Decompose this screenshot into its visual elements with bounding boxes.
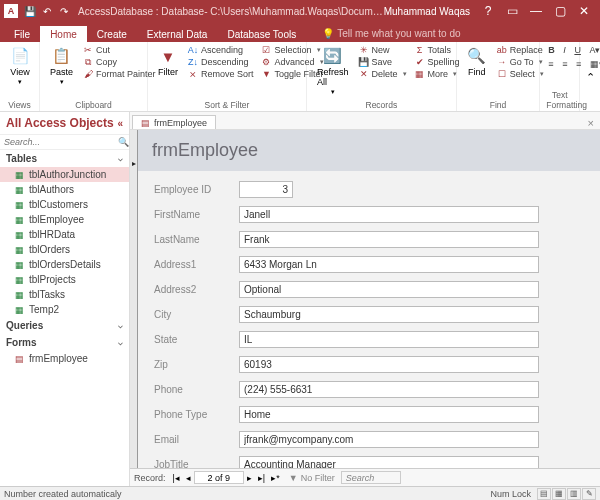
table-icon: ▦	[14, 184, 25, 195]
view-button[interactable]: 📄View▾	[6, 44, 34, 88]
spelling-button[interactable]: ✔Spelling	[413, 56, 462, 68]
field-input[interactable]	[239, 331, 539, 348]
find-button[interactable]: 🔍Find	[463, 44, 491, 79]
save-icon[interactable]: 💾	[24, 5, 36, 17]
paste-button[interactable]: 📋Paste▾	[46, 44, 77, 88]
nav-form-item[interactable]: ▤frmEmployee	[0, 351, 129, 366]
field-input[interactable]	[239, 356, 539, 373]
nav-group-forms[interactable]: Forms⌵	[0, 334, 129, 351]
field-input[interactable]	[239, 256, 539, 273]
field-label: Zip	[154, 359, 239, 370]
nav-table-item[interactable]: ▦tblHRData	[0, 227, 129, 242]
remove-sort-button[interactable]: ⨯Remove Sort	[186, 68, 256, 80]
copy-button[interactable]: ⧉Copy	[81, 56, 158, 68]
minimize-button[interactable]: ―	[524, 0, 548, 22]
field-input[interactable]	[239, 381, 539, 398]
field-label: Employee ID	[154, 184, 239, 195]
tab-file[interactable]: File	[4, 26, 40, 42]
nav-table-item[interactable]: ▦tblOrdersDetails	[0, 257, 129, 272]
nav-table-item[interactable]: ▦tblProjects	[0, 272, 129, 287]
nav-header[interactable]: All Access Objects«	[0, 112, 129, 135]
new-icon: ✳	[359, 45, 369, 55]
descending-button[interactable]: Z↓Descending	[186, 56, 256, 68]
form-header: frmEmployee	[138, 130, 600, 171]
field-input[interactable]	[239, 431, 539, 448]
field-input[interactable]	[239, 181, 293, 198]
tab-database-tools[interactable]: Database Tools	[217, 26, 306, 42]
tab-external-data[interactable]: External Data	[137, 26, 218, 42]
nav-table-item[interactable]: ▦tblAuthors	[0, 182, 129, 197]
nav-item-label: tblEmployee	[29, 214, 84, 225]
field-input[interactable]	[239, 456, 539, 468]
nav-table-item[interactable]: ▦tblTasks	[0, 287, 129, 302]
cut-button[interactable]: ✂Cut	[81, 44, 158, 56]
bold-button[interactable]: B	[548, 45, 555, 55]
nav-table-item[interactable]: ▦tblCustomers	[0, 197, 129, 212]
align-center-button[interactable]: ≡	[562, 59, 567, 69]
redo-icon[interactable]: ↷	[58, 5, 70, 17]
field-label: Phone	[154, 384, 239, 395]
group-text-formatting: B I U A▾ ◢▾ ≡ ≡ ≡ ▦▾ Text Formatting	[540, 42, 580, 111]
totals-button[interactable]: ΣTotals	[413, 44, 462, 56]
field-label: LastName	[154, 234, 239, 245]
nav-table-item[interactable]: ▦tblOrders	[0, 242, 129, 257]
ribbon-options-icon[interactable]: ▭	[500, 0, 524, 22]
close-button[interactable]: ✕	[572, 0, 596, 22]
new-record-button[interactable]: ▸*	[268, 473, 283, 483]
datasheet-view-button[interactable]: ▦	[552, 488, 566, 500]
advanced-icon: ⚙	[261, 57, 271, 67]
search-input[interactable]	[4, 137, 118, 147]
chevron-left-icon[interactable]: «	[117, 118, 123, 129]
field-input[interactable]	[239, 231, 539, 248]
tell-me[interactable]: 💡Tell me what you want to do	[314, 25, 468, 42]
filter-button[interactable]: ▼Filter	[154, 44, 182, 79]
save-button[interactable]: 💾Save	[357, 56, 409, 68]
next-record-button[interactable]: ▸	[244, 473, 255, 483]
form-field-row: JobTitle	[154, 456, 584, 468]
spelling-icon: ✔	[415, 57, 425, 67]
last-record-button[interactable]: ▸|	[255, 473, 268, 483]
nav-search[interactable]: 🔍	[0, 135, 129, 150]
nav-group-tables[interactable]: Tables⌵	[0, 150, 129, 167]
select-button[interactable]: ☐Select	[495, 68, 546, 80]
collapse-ribbon[interactable]: ⌃	[580, 42, 600, 111]
tab-home[interactable]: Home	[40, 26, 87, 42]
title-bar: A 💾 ↶ ↷ AccessDatabase : Database- C:\Us…	[0, 0, 600, 22]
search-icon[interactable]: 🔍	[118, 137, 129, 147]
nav-table-item[interactable]: ▦tblEmployee	[0, 212, 129, 227]
record-search-input[interactable]: Search	[341, 471, 401, 484]
more-button[interactable]: ▦More	[413, 68, 462, 80]
goto-button[interactable]: →Go To	[495, 56, 546, 68]
help-icon[interactable]: ?	[476, 0, 500, 22]
field-input[interactable]	[239, 306, 539, 323]
ascending-button[interactable]: A↓Ascending	[186, 44, 256, 56]
field-input[interactable]	[239, 206, 539, 223]
new-button[interactable]: ✳New	[357, 44, 409, 56]
prev-record-button[interactable]: ◂	[183, 473, 194, 483]
layout-view-button[interactable]: ▥	[567, 488, 581, 500]
nav-table-item[interactable]: ▦Temp2	[0, 302, 129, 317]
record-selector[interactable]: ▸	[130, 130, 138, 468]
close-tab-button[interactable]: ×	[582, 117, 600, 129]
field-input[interactable]	[239, 406, 539, 423]
align-left-button[interactable]: ≡	[548, 59, 553, 69]
design-view-button[interactable]: ✎	[582, 488, 596, 500]
field-input[interactable]	[239, 281, 539, 298]
nav-table-item[interactable]: ▦tblAuthorJunction	[0, 167, 129, 182]
form-view-button[interactable]: ▤	[537, 488, 551, 500]
chevron-up-icon: ⌵	[118, 338, 123, 347]
restore-button[interactable]: ▢	[548, 0, 572, 22]
tab-create[interactable]: Create	[87, 26, 137, 42]
doc-tab-frmemployee[interactable]: ▤frmEmployee	[132, 115, 216, 129]
replace-button[interactable]: abReplace	[495, 44, 546, 56]
form-field-row: Address1	[154, 256, 584, 273]
nav-group-queries[interactable]: Queries⌵	[0, 317, 129, 334]
italic-button[interactable]: I	[563, 45, 566, 55]
filter-indicator[interactable]: ▼No Filter	[289, 473, 335, 483]
record-position-input[interactable]	[194, 471, 244, 484]
refresh-all-button[interactable]: 🔄Refresh All▾	[313, 44, 353, 98]
undo-icon[interactable]: ↶	[41, 5, 53, 17]
first-record-button[interactable]: |◂	[170, 473, 183, 483]
delete-button[interactable]: ✕Delete	[357, 68, 409, 80]
format-painter-button[interactable]: 🖌Format Painter	[81, 68, 158, 80]
